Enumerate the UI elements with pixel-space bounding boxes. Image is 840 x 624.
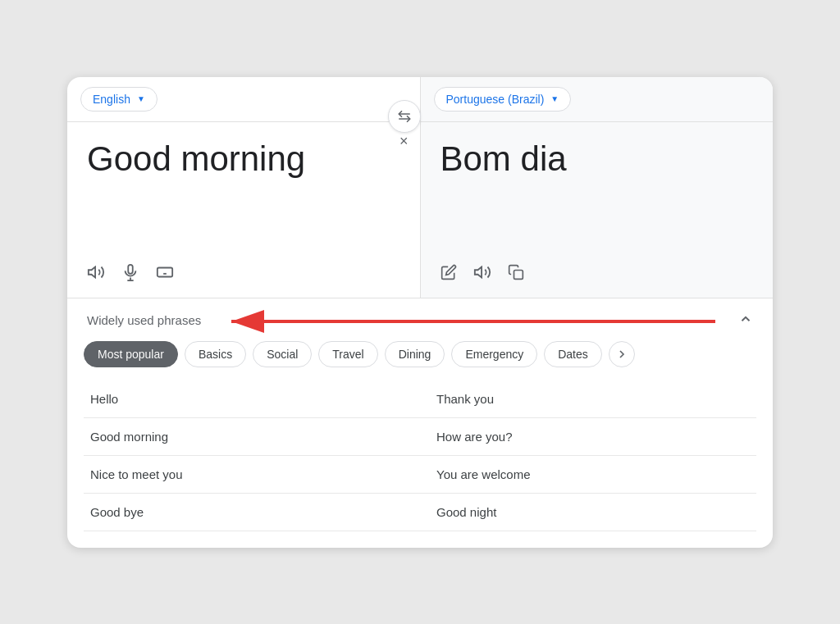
copy-icon	[508, 264, 524, 280]
svg-rect-1	[128, 264, 133, 273]
translator-app: English ▼ Good morning ×	[67, 77, 773, 548]
chip-social[interactable]: Social	[253, 341, 312, 367]
phrases-section: Widely used phrases Most popular Basics	[67, 298, 773, 548]
source-lang-chevron: ▼	[137, 94, 145, 103]
phrase-item[interactable]: Good night	[420, 494, 756, 531]
chip-dining[interactable]: Dining	[385, 341, 445, 367]
target-text-area: Bom dia	[421, 122, 774, 253]
svg-marker-0	[89, 266, 95, 277]
target-lang-button[interactable]: Portuguese (Brazil) ▼	[434, 87, 572, 112]
swap-icon	[397, 109, 412, 124]
target-lang-label: Portuguese (Brazil)	[446, 93, 545, 106]
chevron-right-icon	[615, 348, 628, 361]
keyboard-button[interactable]	[153, 260, 177, 285]
phrase-item[interactable]: Nice to meet you	[84, 456, 420, 494]
chip-most-popular[interactable]: Most popular	[84, 341, 178, 367]
target-text: Bom dia	[441, 139, 754, 180]
phrase-item[interactable]: Thank you	[420, 380, 756, 418]
phrase-item[interactable]: Good morning	[84, 418, 420, 456]
phrase-item[interactable]: Hello	[84, 380, 420, 418]
svg-marker-12	[474, 266, 481, 277]
target-speaker-icon	[473, 263, 491, 281]
target-panel: Portuguese (Brazil) ▼ Bom dia	[421, 77, 774, 298]
source-lang-selector: English ▼	[67, 77, 420, 122]
chip-basics[interactable]: Basics	[185, 341, 246, 367]
red-arrow-annotation	[215, 305, 724, 338]
chip-emergency[interactable]: Emergency	[451, 341, 537, 367]
target-lang-chevron: ▼	[550, 94, 559, 103]
phrases-header: Widely used phrases	[84, 298, 756, 341]
chips-next-button[interactable]	[609, 341, 635, 367]
target-edit-button[interactable]	[437, 261, 460, 284]
mic-icon	[121, 263, 139, 281]
source-speaker-button[interactable]	[84, 260, 108, 285]
copy-button[interactable]	[504, 261, 527, 284]
chevron-up-icon	[738, 312, 753, 326]
clear-button[interactable]: ×	[399, 134, 409, 148]
translator-panels: English ▼ Good morning ×	[67, 77, 773, 298]
source-text-area[interactable]: Good morning ×	[67, 122, 420, 253]
phrase-item[interactable]: You are welcome	[420, 456, 756, 494]
svg-rect-4	[158, 267, 172, 276]
phrases-grid: Hello Thank you Good morning How are you…	[84, 380, 756, 531]
target-speaker-button[interactable]	[470, 260, 495, 285]
category-chips-row: Most popular Basics Social Travel Dining…	[84, 341, 756, 367]
source-panel: English ▼ Good morning ×	[67, 77, 421, 298]
speaker-icon	[87, 263, 105, 281]
swap-languages-button[interactable]	[388, 100, 421, 133]
svg-rect-13	[514, 270, 523, 279]
source-lang-label: English	[93, 93, 130, 106]
source-action-icons	[67, 253, 420, 298]
target-action-icons	[421, 253, 774, 298]
source-lang-button[interactable]: English ▼	[80, 87, 158, 112]
phrase-item[interactable]: How are you?	[420, 418, 756, 456]
collapse-phrases-button[interactable]	[738, 312, 753, 330]
source-text: Good morning	[87, 139, 400, 180]
phrases-title: Widely used phrases	[87, 313, 201, 327]
target-lang-selector: Portuguese (Brazil) ▼	[421, 77, 774, 122]
phrase-item[interactable]: Good bye	[84, 494, 420, 531]
chip-travel[interactable]: Travel	[318, 341, 377, 367]
keyboard-icon	[156, 263, 174, 281]
edit-icon	[441, 264, 457, 280]
chip-dates[interactable]: Dates	[544, 341, 602, 367]
mic-button[interactable]	[118, 260, 143, 285]
